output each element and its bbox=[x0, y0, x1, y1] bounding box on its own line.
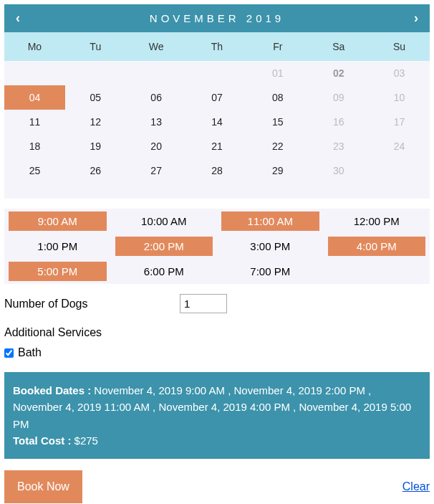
calendar-day-empty bbox=[369, 158, 430, 183]
calendar-day[interactable]: 15 bbox=[247, 110, 308, 134]
bath-row: Bath bbox=[4, 346, 430, 359]
calendar-day[interactable]: 12 bbox=[65, 110, 126, 134]
calendar-day[interactable]: 25 bbox=[4, 158, 65, 183]
time-slot[interactable]: 2:00 PM bbox=[115, 237, 213, 256]
prev-month-icon[interactable]: ‹ bbox=[16, 11, 20, 26]
calendar-dow-row: Mo Tu We Th Fr Sa Su bbox=[4, 32, 430, 61]
clear-link[interactable]: Clear bbox=[402, 480, 430, 493]
calendar-day: 01 bbox=[247, 61, 308, 85]
num-dogs-input[interactable] bbox=[180, 294, 227, 313]
calendar-day[interactable]: 28 bbox=[187, 158, 248, 183]
calendar-day-empty bbox=[4, 61, 65, 85]
calendar-day: 02 bbox=[308, 61, 369, 85]
num-dogs-label: Number of Dogs bbox=[4, 298, 180, 310]
time-slot[interactable]: 11:00 AM bbox=[221, 211, 319, 231]
calendar-day: 10 bbox=[369, 85, 430, 110]
dow-label: Su bbox=[369, 32, 430, 61]
time-slot[interactable]: 3:00 PM bbox=[221, 237, 319, 256]
bath-checkbox[interactable] bbox=[4, 348, 14, 358]
next-month-icon[interactable]: › bbox=[414, 11, 418, 26]
total-cost-label: Total Cost : bbox=[13, 434, 74, 447]
dow-label: Sa bbox=[308, 32, 369, 61]
calendar-grid: 0102030405060708091011121314151617181920… bbox=[4, 61, 430, 183]
calendar-day[interactable]: 22 bbox=[247, 134, 308, 158]
calendar-header: ‹ NOVEMBER 2019 › bbox=[4, 4, 430, 32]
book-now-button[interactable]: Book Now bbox=[4, 470, 82, 503]
total-cost-value: $275 bbox=[74, 434, 98, 447]
calendar-day-empty bbox=[126, 61, 187, 85]
actions-row: Book Now Clear bbox=[4, 470, 430, 503]
time-slot[interactable]: 5:00 PM bbox=[9, 262, 107, 281]
time-slot[interactable]: 4:00 PM bbox=[328, 237, 426, 256]
calendar-day[interactable]: 14 bbox=[187, 110, 248, 134]
additional-services-label: Additional Services bbox=[4, 326, 430, 339]
calendar-day[interactable]: 05 bbox=[65, 85, 126, 110]
dow-label: Th bbox=[187, 32, 248, 61]
dow-label: Tu bbox=[65, 32, 126, 61]
calendar-day[interactable]: 13 bbox=[126, 110, 187, 134]
calendar-day[interactable]: 29 bbox=[247, 158, 308, 183]
calendar-day: 24 bbox=[369, 134, 430, 158]
calendar-day[interactable]: 26 bbox=[65, 158, 126, 183]
bath-label: Bath bbox=[18, 346, 42, 359]
time-slot[interactable]: 12:00 PM bbox=[328, 211, 426, 231]
calendar-day: 23 bbox=[308, 134, 369, 158]
calendar-day[interactable]: 27 bbox=[126, 158, 187, 183]
time-slot[interactable]: 1:00 PM bbox=[9, 237, 107, 256]
calendar-day-selected[interactable]: 04 bbox=[4, 85, 65, 110]
calendar-day: 09 bbox=[308, 85, 369, 110]
dow-label: We bbox=[126, 32, 187, 61]
num-dogs-row: Number of Dogs bbox=[4, 294, 430, 313]
time-slot[interactable]: 9:00 AM bbox=[9, 211, 107, 231]
calendar-day: 17 bbox=[369, 110, 430, 134]
calendar-day[interactable]: 19 bbox=[65, 134, 126, 158]
dow-label: Fr bbox=[247, 32, 308, 61]
dow-label: Mo bbox=[4, 32, 65, 61]
time-slot[interactable]: 6:00 PM bbox=[115, 262, 213, 281]
time-grid: 9:00 AM10:00 AM11:00 AM12:00 PM1:00 PM2:… bbox=[4, 209, 430, 284]
time-slot[interactable]: 10:00 AM bbox=[115, 211, 213, 231]
summary-panel: Booked Dates : November 4, 2019 9:00 AM … bbox=[4, 372, 430, 459]
calendar-day[interactable]: 11 bbox=[4, 110, 65, 134]
time-slot[interactable]: 7:00 PM bbox=[221, 262, 319, 281]
calendar-day[interactable]: 20 bbox=[126, 134, 187, 158]
calendar-day[interactable]: 21 bbox=[187, 134, 248, 158]
calendar-day: 30 bbox=[308, 158, 369, 183]
calendar-day: 16 bbox=[308, 110, 369, 134]
calendar-day: 03 bbox=[369, 61, 430, 85]
calendar-day[interactable]: 07 bbox=[187, 85, 248, 110]
calendar-day[interactable]: 08 bbox=[247, 85, 308, 110]
calendar-day-empty bbox=[65, 61, 126, 85]
booked-dates-label: Booked Dates : bbox=[13, 384, 94, 396]
calendar-day[interactable]: 06 bbox=[126, 85, 187, 110]
calendar-day[interactable]: 18 bbox=[4, 134, 65, 158]
calendar-day-empty bbox=[187, 61, 248, 85]
calendar-title: NOVEMBER 2019 bbox=[150, 12, 284, 24]
